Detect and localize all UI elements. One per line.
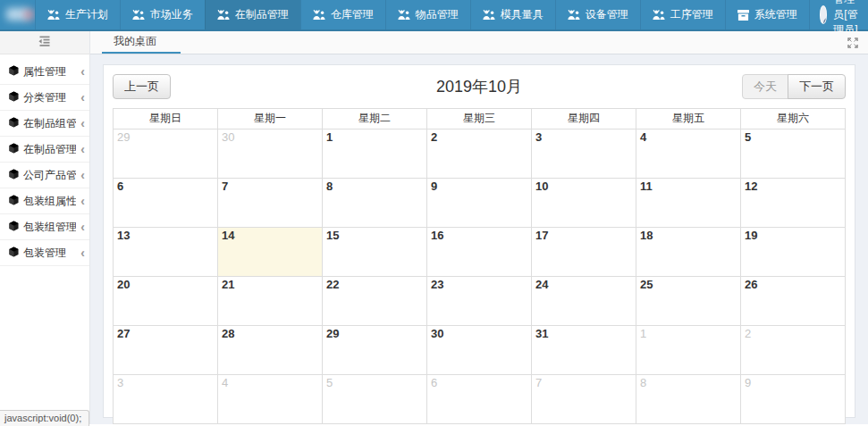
day-cell[interactable]: 1 — [636, 326, 741, 375]
day-cell[interactable]: 3 — [532, 129, 636, 179]
day-cell[interactable]: 28 — [218, 326, 323, 375]
cube-icon — [9, 143, 19, 156]
app-shell: 属性管理‹分类管理‹在制品组管理‹在制品管理‹公司产品管理‹包装组属性管理‹包装… — [0, 31, 868, 424]
day-cell[interactable]: 30 — [427, 326, 532, 375]
sidebar-item-5[interactable]: 包装组属性管理‹ — [0, 188, 89, 214]
day-number: 31 — [535, 327, 548, 340]
day-number: 4 — [222, 376, 228, 389]
nav-item-4[interactable]: 物品管理 — [385, 0, 470, 29]
day-cell[interactable]: 19 — [741, 228, 846, 277]
sidebar-item-2[interactable]: 在制品组管理‹ — [0, 111, 89, 137]
day-cell[interactable]: 3 — [114, 375, 218, 424]
chevron-left-icon: ‹ — [80, 195, 85, 207]
app-logo[interactable] — [0, 0, 35, 29]
day-cell[interactable]: 25 — [636, 277, 741, 326]
sidebar-item-label: 包装组属性管理 — [23, 194, 76, 209]
day-cell[interactable]: 7 — [532, 375, 636, 424]
day-number: 7 — [535, 376, 542, 389]
next-page-button[interactable]: 下一页 — [788, 74, 846, 100]
weekday-header-4: 星期四 — [532, 109, 636, 129]
day-number: 6 — [117, 180, 123, 193]
day-number: 1 — [640, 327, 646, 340]
calendar-week-row: 293012345 — [114, 129, 846, 179]
day-number: 2 — [745, 327, 751, 340]
chevron-left-icon: ‹ — [80, 65, 85, 78]
cube-icon — [9, 91, 19, 104]
day-cell[interactable]: 8 — [636, 375, 741, 424]
day-cell[interactable]: 26 — [741, 277, 846, 326]
day-number: 1 — [326, 130, 333, 144]
day-cell[interactable]: 21 — [218, 277, 323, 326]
day-cell[interactable]: 27 — [114, 326, 218, 375]
nav-item-2[interactable]: 在制品管理 — [205, 0, 300, 29]
day-cell[interactable]: 4 — [636, 129, 741, 179]
day-cell[interactable]: 9 — [741, 375, 846, 424]
day-cell[interactable]: 29 — [114, 129, 218, 179]
day-number: 29 — [117, 130, 130, 144]
nav-item-1[interactable]: 市场业务 — [120, 0, 205, 29]
day-cell[interactable]: 30 — [218, 129, 323, 179]
day-cell[interactable]: 15 — [323, 228, 427, 277]
day-cell[interactable]: 5 — [741, 129, 846, 179]
day-cell[interactable]: 31 — [532, 326, 636, 375]
day-cell[interactable]: 5 — [323, 375, 427, 424]
day-number: 2 — [431, 130, 437, 144]
nav-item-5[interactable]: 模具量具 — [470, 0, 555, 29]
day-cell[interactable]: 10 — [532, 179, 636, 228]
sidebar: 属性管理‹分类管理‹在制品组管理‹在制品管理‹公司产品管理‹包装组属性管理‹包装… — [0, 31, 90, 424]
day-cell[interactable]: 16 — [427, 228, 532, 277]
day-cell[interactable]: 9 — [427, 179, 532, 228]
calendar-week-row: 272829303112 — [114, 326, 846, 375]
tab-my-desktop[interactable]: 我的桌面 — [102, 31, 181, 54]
people-icon — [47, 10, 60, 21]
calendar-nav-group: 今天 下一页 — [742, 74, 846, 100]
day-number: 9 — [431, 180, 437, 193]
nav-item-7[interactable]: 工序管理 — [640, 0, 725, 29]
day-cell[interactable]: 1 — [323, 129, 427, 179]
nav-item-8[interactable]: 系统管理 — [725, 0, 810, 29]
sidebar-item-3[interactable]: 在制品管理‹ — [0, 137, 89, 163]
day-number: 15 — [326, 229, 339, 242]
day-cell[interactable]: 18 — [636, 228, 741, 277]
calendar-title: 2019年10月 — [113, 76, 846, 97]
nav-item-3[interactable]: 仓库管理 — [300, 0, 385, 29]
user-menu[interactable]: 管理员[管理员] — [810, 0, 868, 29]
today-button[interactable]: 今天 — [742, 74, 788, 100]
day-cell[interactable]: 12 — [741, 179, 846, 228]
day-cell-today[interactable]: 14 — [218, 228, 323, 277]
day-cell[interactable]: 7 — [218, 179, 323, 228]
nav-item-6[interactable]: 设备管理 — [555, 0, 640, 29]
sidebar-item-6[interactable]: 包装组管理‹ — [0, 214, 89, 240]
sidebar-item-1[interactable]: 分类管理‹ — [0, 85, 89, 111]
day-cell[interactable]: 29 — [323, 326, 427, 375]
day-cell[interactable]: 11 — [636, 179, 741, 228]
day-cell[interactable]: 6 — [114, 179, 218, 228]
day-number: 13 — [117, 229, 130, 242]
calendar-week-row: 6789101112 — [114, 179, 846, 228]
chevron-left-icon: ‹ — [80, 117, 85, 129]
day-cell[interactable]: 2 — [741, 326, 846, 375]
day-cell[interactable]: 17 — [532, 228, 636, 277]
calendar-week-row: 3456789 — [114, 375, 846, 424]
weekday-header-2: 星期二 — [323, 109, 427, 129]
day-cell[interactable]: 24 — [532, 277, 636, 326]
day-cell[interactable]: 2 — [427, 129, 532, 179]
day-cell[interactable]: 13 — [114, 228, 218, 277]
day-cell[interactable]: 8 — [323, 179, 427, 228]
day-cell[interactable]: 6 — [427, 375, 532, 424]
main-area: 我的桌面 上一页 2019年10月 今天 下一页 — [90, 31, 868, 424]
sidebar-item-0[interactable]: 属性管理‹ — [0, 59, 89, 85]
sidebar-item-7[interactable]: 包装管理‹ — [0, 240, 89, 266]
day-cell[interactable]: 22 — [323, 277, 427, 326]
weekday-header-5: 星期五 — [636, 109, 741, 129]
content-area: 上一页 2019年10月 今天 下一页 星期日星期一星期二星期三星期四星期五星期… — [90, 54, 868, 424]
sidebar-item-4[interactable]: 公司产品管理‹ — [0, 163, 89, 188]
nav-item-0[interactable]: 生产计划 — [35, 0, 120, 29]
day-number: 30 — [431, 327, 443, 340]
day-number: 6 — [431, 376, 437, 389]
fullscreen-button[interactable] — [847, 38, 858, 48]
day-cell[interactable]: 23 — [427, 277, 532, 326]
sidebar-collapse-button[interactable] — [0, 31, 89, 54]
day-cell[interactable]: 20 — [114, 277, 218, 326]
day-cell[interactable]: 4 — [218, 375, 323, 424]
